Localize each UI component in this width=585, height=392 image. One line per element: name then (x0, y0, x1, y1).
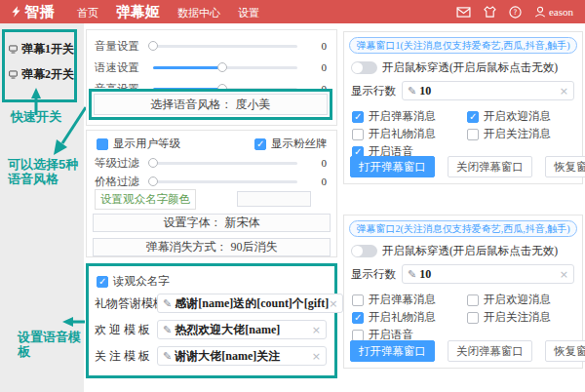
panel1-danmu-msg-option[interactable]: 开启弹幕消息 (352, 109, 436, 124)
user-account[interactable]: eason (534, 6, 573, 18)
monitor-icon (9, 69, 18, 80)
speed-slider[interactable] (153, 66, 297, 69)
show-badge-option[interactable]: 显示粉丝牌 (254, 137, 328, 151)
restore-window-position-button[interactable]: 恢复窗口位置 (545, 156, 585, 177)
close-danmu-window-button[interactable]: 关闭弹幕窗口 (448, 340, 532, 362)
panel1-mouse-through-row: 开启鼠标穿透(开启后鼠标点击无效) (351, 60, 558, 75)
panel1-welcome-msg-option[interactable]: 开启欢迎消息 (467, 109, 551, 124)
pencil-icon: ✎ (163, 297, 172, 310)
panel2-gift-msg-option[interactable]: 开启礼物消息 (352, 310, 436, 325)
slider-handle[interactable] (217, 62, 227, 72)
mouse-through-toggle[interactable] (351, 245, 377, 257)
disappear-label: 弹幕消失方式： (146, 239, 228, 255)
show-level-option[interactable]: 显示用户等级 (97, 137, 180, 151)
volume-slider[interactable] (153, 45, 297, 48)
close-icon[interactable]: × (560, 85, 568, 98)
close-icon[interactable]: × (312, 324, 321, 336)
font-selector[interactable]: 设置字体： 新宋体 (93, 214, 331, 232)
welcome-msg-checkbox[interactable] (467, 294, 479, 306)
line-count-label: 显示行数 (351, 84, 396, 98)
follow-template-row: 关 注 模 板 ✎ 谢谢大佬[name]关注 × (95, 346, 327, 366)
font-label: 设置字体： (164, 215, 222, 231)
mouse-through-label: 开启鼠标穿透(开启后鼠标点击无效) (382, 244, 558, 258)
voice-checkbox[interactable] (352, 330, 364, 341)
open-danmu-window-button[interactable]: 打开弹幕窗口 (350, 340, 435, 362)
nav-settings[interactable]: 设置 (238, 6, 259, 20)
note-voice-template: 设置语音模板 (18, 330, 84, 359)
slider-handle[interactable] (148, 176, 158, 186)
disappear-mode-selector[interactable]: 弹幕消失方式： 90后消失 (93, 238, 331, 256)
read-name-option[interactable]: 读观众名字 (97, 274, 170, 289)
line-count-input[interactable]: ✎ 10 × (402, 264, 574, 284)
pencil-icon: ✎ (163, 350, 172, 363)
welcome-template-input[interactable]: ✎ 热烈欢迎大佬[name] × (157, 320, 327, 339)
volume-label: 音量设置 (95, 39, 147, 54)
nav-home[interactable]: 首页 (77, 6, 98, 20)
panel2-danmu-msg-option[interactable]: 开启弹幕消息 (352, 293, 436, 307)
mouse-through-toggle[interactable] (351, 61, 377, 74)
slider-handle[interactable] (148, 41, 158, 51)
close-danmu-window-button[interactable]: 关闭弹幕窗口 (448, 156, 532, 177)
danmu-msg-label: 开启弹幕消息 (369, 109, 436, 124)
app-title: 智播 (24, 3, 56, 21)
line-count-input[interactable]: ✎ 10 × (402, 81, 574, 100)
welcome-template-label: 欢 迎 模 板 (95, 322, 157, 338)
welcome-msg-checkbox[interactable] (467, 111, 479, 123)
nav-data-center[interactable]: 数据中心 (177, 6, 220, 20)
follow-template-input[interactable]: ✎ 谢谢大佬[name]关注 × (157, 346, 327, 366)
line-count-value: 10 (419, 267, 560, 282)
lightning-icon (10, 5, 22, 19)
voice-settings-card: 音量设置 0 语速设置 0 音高设置 0 选择语音风格： 度小美 (86, 29, 337, 126)
read-name-checkbox[interactable] (97, 276, 108, 288)
danmu2-switch[interactable]: 弹幕2开关 (9, 66, 74, 83)
gift-msg-checkbox[interactable] (352, 312, 364, 324)
panel2-buttons: 打开弹幕窗口 关闭弹幕窗口 恢复窗口位置 (350, 340, 577, 362)
close-icon[interactable]: × (329, 297, 337, 310)
close-icon[interactable]: × (312, 350, 321, 363)
app-logo[interactable]: 智播 (10, 3, 56, 21)
pencil-icon: ✎ (408, 268, 416, 281)
gift-msg-label: 开启礼物消息 (369, 310, 436, 325)
nav-danmuji[interactable]: 弹幕姬 (116, 3, 160, 21)
top-navbar: 智播 首页 弹幕姬 数据中心 设置 ? (0, 0, 585, 23)
svg-text:?: ? (513, 8, 517, 17)
follow-template-value: 谢谢大佬[name]关注 (175, 348, 312, 365)
name-color-button[interactable]: 设置观众名字颜色 (95, 189, 196, 210)
slider-handle[interactable] (148, 158, 158, 168)
user-icon (534, 6, 546, 18)
panel2-follow-msg-option[interactable]: 开启关注消息 (467, 310, 551, 325)
danmu1-switch[interactable]: 弹幕1开关 (9, 41, 74, 58)
panel1-gift-msg-option[interactable]: 开启礼物消息 (352, 127, 436, 141)
line-count-value: 10 (419, 84, 560, 98)
voice-style-highlight-box: 选择语音风格： 度小美 (89, 89, 332, 120)
danmu-msg-checkbox[interactable] (352, 111, 364, 123)
level-filter-slider[interactable] (153, 162, 297, 165)
price-filter-slider[interactable] (153, 180, 297, 183)
panel1-follow-msg-option[interactable]: 开启关注消息 (467, 127, 551, 141)
show-level-label: 显示用户等级 (113, 137, 180, 151)
open-danmu-window-button[interactable]: 打开弹幕窗口 (350, 156, 435, 177)
gift-msg-checkbox[interactable] (352, 129, 364, 140)
speed-label: 语速设置 (95, 60, 147, 75)
restore-window-position-button[interactable]: 恢复窗口位置 (545, 340, 585, 362)
follow-msg-checkbox[interactable] (467, 129, 479, 140)
question-circle-icon[interactable]: ? (509, 6, 522, 19)
line-count-label: 显示行数 (351, 267, 396, 282)
welcome-msg-label: 开启欢迎消息 (484, 293, 551, 307)
voice-style-selector[interactable]: 选择语音风格： 度小美 (94, 94, 328, 115)
close-icon[interactable]: × (560, 268, 568, 281)
name-color-swatch[interactable] (237, 191, 311, 207)
welcome-template-value: 热烈欢迎大佬[name] (175, 322, 312, 338)
gift-template-input[interactable]: ✎ 感谢[name]送的[count]个[gift] × (157, 294, 343, 313)
follow-msg-checkbox[interactable] (467, 312, 479, 324)
tshirt-icon[interactable] (484, 6, 496, 18)
show-level-checkbox[interactable] (97, 138, 108, 150)
mail-icon[interactable] (456, 7, 471, 18)
show-badge-checkbox[interactable] (254, 138, 266, 150)
follow-template-label: 关 注 模 板 (95, 348, 157, 365)
gift-template-value: 感谢[name]送的[count]个[gift] (175, 295, 329, 312)
danmu-msg-checkbox[interactable] (352, 294, 364, 306)
price-filter-label: 价格过滤 (95, 175, 147, 189)
welcome-template-row: 欢 迎 模 板 ✎ 热烈欢迎大佬[name] × (95, 320, 327, 339)
panel2-welcome-msg-option[interactable]: 开启欢迎消息 (467, 293, 551, 307)
